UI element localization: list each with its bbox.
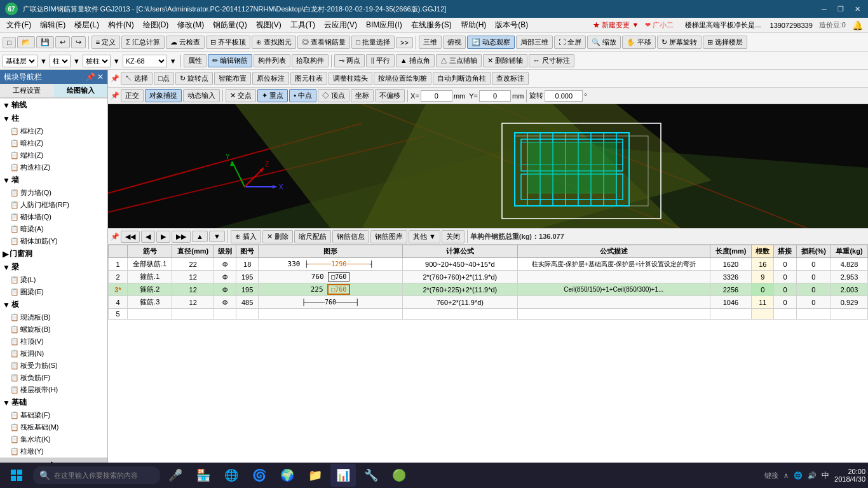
next-record-btn[interactable]: ▶ <box>156 231 170 243</box>
project-settings-tab[interactable]: 工程设置 <box>0 84 54 98</box>
adjust-col-end-btn[interactable]: 调整柱端头 <box>329 72 372 85</box>
tree-shear-wall[interactable]: 📋 剪力墙(Q) <box>0 187 107 199</box>
taskbar-store[interactable]: 🏪 <box>191 464 216 487</box>
tree-foundation[interactable]: ▼ 基础 <box>0 396 107 409</box>
draw-by-wall-btn[interactable]: 按墙位置绘制桩 <box>374 72 431 85</box>
menu-version[interactable]: 版本号(B) <box>491 18 532 32</box>
tree-cast-slab[interactable]: 📋 现浇板(B) <box>0 311 107 323</box>
dynamic-input-btn[interactable]: 动态输入 <box>183 89 220 102</box>
edit-rebar-button[interactable]: ✏ 编辑钢筋 <box>208 54 252 67</box>
rebar-info-btn[interactable]: 钢筋信息 <box>332 230 369 243</box>
3d-button[interactable]: 三维 <box>419 36 442 49</box>
y-input[interactable] <box>479 90 511 102</box>
taskbar-app2[interactable]: 🔧 <box>358 464 384 487</box>
bell-icon[interactable]: 🔔 <box>850 20 865 30</box>
cell-length[interactable]: 2256 <box>710 283 752 296</box>
cell-formula[interactable]: 2*(760+225)+2*(11.9*d) <box>402 283 517 296</box>
cell-length[interactable]: 3326 <box>710 271 752 283</box>
tray-speaker[interactable]: 🔊 <box>808 471 817 480</box>
tree-spiral-slab[interactable]: 📋 螺旋板(B) <box>0 323 107 336</box>
undo-button[interactable]: ↩ <box>55 36 70 48</box>
toolbar3-pin[interactable]: 📌 <box>111 74 119 83</box>
menu-component[interactable]: 构件(N) <box>104 18 138 32</box>
taskbar-app3[interactable]: 🟢 <box>386 464 412 487</box>
batch-select-button[interactable]: □ 批量选择 <box>351 36 395 49</box>
menu-file[interactable]: 文件(F) <box>3 18 35 32</box>
cell-figure[interactable]: ├─────760─────┤ <box>259 296 403 309</box>
cell-formula[interactable]: 900~20+450~40+15*d <box>402 258 517 271</box>
cell-formula[interactable]: 760+2*(11.9*d) <box>402 296 517 309</box>
tree-floor-band[interactable]: 📋 楼层板带(H) <box>0 384 107 396</box>
top-view-button[interactable]: 俯视 <box>443 36 466 49</box>
cell-roots[interactable] <box>752 309 774 320</box>
cell-figure[interactable]: 330 ├──────1290──────┤ <box>259 258 403 271</box>
down-btn[interactable]: ▼ <box>209 231 225 242</box>
tree-beam[interactable]: ▼ 梁 <box>0 261 107 274</box>
table-row[interactable]: 5 <box>109 309 868 320</box>
element-col-table-btn[interactable]: 图元柱表 <box>290 72 327 85</box>
coord-btn[interactable]: 坐标 <box>351 89 374 102</box>
nav-pin[interactable]: 📌 ✕ <box>86 72 104 81</box>
snap-pin[interactable]: 📌 <box>111 92 119 100</box>
select-floor-button[interactable]: ⊞ 选择楼层 <box>703 36 747 49</box>
menu-edit[interactable]: 编辑(E) <box>36 18 69 32</box>
cell-length[interactable]: 1620 <box>710 258 752 271</box>
prev-record-btn[interactable]: ◀ <box>141 231 155 243</box>
cell-figure-no[interactable]: 18 <box>236 258 259 271</box>
tray-input[interactable]: 中 <box>822 470 829 481</box>
table-row[interactable]: 3* 箍筋.2 12 Φ 195 225 □760 2*(760+225)+2*… <box>109 283 868 296</box>
menu-help[interactable]: 帮助(H) <box>457 18 491 32</box>
tree-axis[interactable]: ▼ 轴线 <box>0 98 107 112</box>
cell-loss[interactable]: 0 <box>796 296 831 309</box>
taskbar-folder[interactable]: 📁 <box>302 464 328 487</box>
minimize-button[interactable]: ─ <box>818 3 830 15</box>
tree-concealed-beam[interactable]: 📋 暗梁(A) <box>0 223 107 235</box>
taskbar-ie[interactable]: 🌐 <box>219 464 244 487</box>
cell-roots[interactable]: 16 <box>752 258 774 271</box>
find-element-button[interactable]: ⊕ 查找图元 <box>252 36 296 49</box>
redo-button[interactable]: ↪ <box>71 36 86 48</box>
tree-civil-defense-wall[interactable]: 📋 人防门框墙(RF) <box>0 199 107 211</box>
tree-slab-hole[interactable]: 📋 板洞(N) <box>0 348 107 360</box>
x-input[interactable] <box>421 90 452 102</box>
tree-raft[interactable]: 📋 筏板基础(M) <box>0 421 107 433</box>
tree-neg-rebar[interactable]: 📋 板负筋(F) <box>0 372 107 384</box>
tree-frame-column[interactable]: 📋 框柱(Z) <box>0 125 107 137</box>
rotate-input[interactable] <box>545 90 583 102</box>
tree-ring-beam[interactable]: 📋 圈梁(E) <box>0 286 107 298</box>
pick-component-button[interactable]: 拾取构件 <box>292 54 329 67</box>
data-toolbar-pin[interactable]: 📌 <box>111 233 119 241</box>
cell-splice[interactable] <box>774 309 796 320</box>
cloud-check-button[interactable]: ☁ 云检查 <box>166 36 205 49</box>
pan-button[interactable]: ✋ 平移 <box>622 36 656 49</box>
tree-foundation-beam[interactable]: 📋 基础梁(F) <box>0 409 107 421</box>
floor-select[interactable]: 基础层 <box>3 55 37 67</box>
component-type-select[interactable]: 柱 <box>50 55 71 67</box>
restore-button[interactable]: ❐ <box>835 3 846 15</box>
cell-splice[interactable]: 0 <box>774 271 796 283</box>
taskbar-app1[interactable]: 📊 <box>330 464 356 487</box>
up-btn[interactable]: ▲ <box>192 231 208 242</box>
table-row[interactable]: 1 全部纵筋.1 22 Φ 18 330 ├──────1290──────┤ … <box>109 258 868 271</box>
view-rebar-button[interactable]: ◎ 查看钢筋量 <box>297 36 350 49</box>
cell-roots[interactable]: 9 <box>752 271 774 283</box>
cell-figure[interactable] <box>259 309 403 320</box>
menu-view[interactable]: 视图(V) <box>252 18 285 32</box>
cell-loss[interactable] <box>796 309 831 320</box>
cell-length[interactable] <box>710 309 752 320</box>
three-point-axis-button[interactable]: △ 三点辅轴 <box>436 54 482 67</box>
other-btn[interactable]: 其他 ▼ <box>409 230 440 243</box>
cell-diameter[interactable]: 22 <box>172 258 214 271</box>
tree-masonry-rebar[interactable]: 📋 砌体加筋(Y) <box>0 235 107 247</box>
tree-hidden-column[interactable]: 📋 暗柱(Z) <box>0 137 107 149</box>
menu-bim[interactable]: BIM应用(I) <box>362 18 406 32</box>
center-btn[interactable]: • 中点 <box>289 89 316 102</box>
dot-rotate-btn[interactable]: □点 <box>154 72 174 85</box>
tree-col-cap[interactable]: 📋 柱墩(Y) <box>0 445 107 458</box>
close-button[interactable]: ✕ <box>851 3 863 15</box>
auto-judge-corner-btn[interactable]: 自动判断边角柱 <box>433 72 491 85</box>
cell-diameter[interactable]: 12 <box>172 296 214 309</box>
start-button[interactable] <box>3 464 31 487</box>
cell-formula[interactable]: 2*(760+760)+2*(11.9*d) <box>402 271 517 283</box>
cell-figure[interactable]: 225 □760 <box>259 283 403 296</box>
